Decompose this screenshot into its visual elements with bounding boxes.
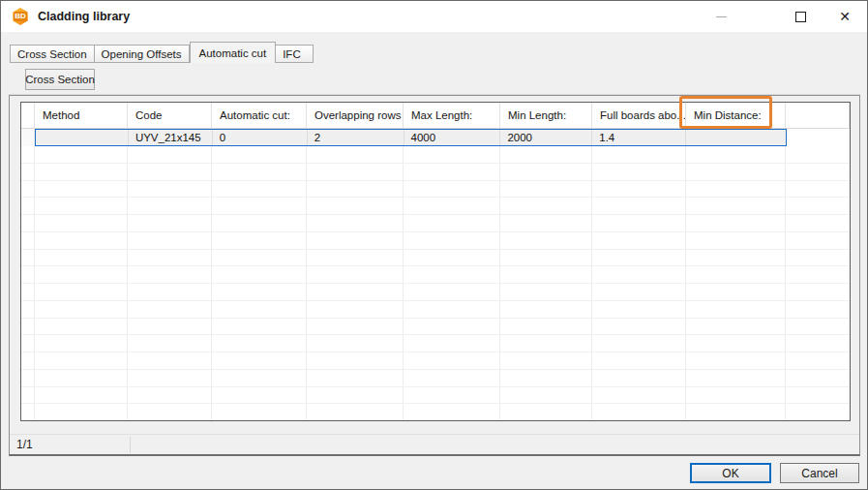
- empty-cell: [404, 319, 500, 335]
- empty-cell: [786, 181, 850, 198]
- empty-cell: [21, 215, 35, 231]
- empty-cell: [35, 181, 128, 198]
- column-header-min-distance[interactable]: Min Distance:: [686, 103, 786, 129]
- empty-cell: [35, 284, 128, 300]
- table-row[interactable]: [21, 387, 850, 405]
- empty-cell: [404, 164, 500, 180]
- table-row[interactable]: [21, 370, 850, 387]
- tab-opening-offsets[interactable]: Opening Offsets: [95, 45, 190, 63]
- cross-section-button[interactable]: Cross Section: [25, 69, 95, 90]
- empty-cell: [21, 387, 35, 404]
- empty-cell: [404, 250, 500, 266]
- empty-cell: [212, 181, 307, 198]
- empty-cell: [35, 215, 128, 231]
- cell-min-length[interactable]: 2000: [500, 130, 592, 145]
- column-header-overlapping-rows[interactable]: Overlapping rows: [307, 103, 404, 129]
- empty-cell: [686, 352, 786, 369]
- empty-cell: [786, 301, 850, 318]
- column-header-automatic-cut[interactable]: Automatic cut:: [212, 103, 307, 129]
- empty-cell: [686, 198, 786, 214]
- empty-cell: [786, 164, 850, 180]
- cell-max-length[interactable]: 4000: [404, 130, 501, 145]
- empty-cell: [212, 335, 307, 352]
- grid-empty-rows: [21, 146, 850, 421]
- empty-cell: [35, 146, 128, 163]
- table-row[interactable]: [21, 352, 850, 370]
- cell-full-boards-above[interactable]: 1.4: [592, 130, 686, 145]
- table-row[interactable]: [21, 301, 850, 319]
- tab-automatic-cut[interactable]: Automatic cut: [190, 42, 277, 63]
- column-header-method[interactable]: Method: [35, 103, 128, 129]
- column-header-full-boards-above[interactable]: Full boards abo...: [592, 103, 686, 129]
- column-header-max-length[interactable]: Max Length:: [404, 103, 500, 129]
- cell-min-distance[interactable]: [686, 130, 786, 145]
- tab-label: Cross Section: [17, 48, 87, 60]
- empty-cell: [307, 352, 404, 369]
- cell-automatic-cut[interactable]: 0: [213, 130, 308, 145]
- empty-cell: [128, 181, 212, 198]
- table-row[interactable]: [21, 335, 850, 352]
- empty-cell: [128, 387, 212, 404]
- empty-cell: [686, 301, 786, 318]
- table-row[interactable]: [21, 232, 850, 250]
- empty-cell: [128, 335, 212, 352]
- cancel-button[interactable]: Cancel: [780, 463, 859, 483]
- empty-cell: [404, 335, 500, 352]
- empty-cell: [21, 146, 35, 163]
- empty-cell: [592, 284, 686, 300]
- empty-cell: [686, 404, 786, 420]
- empty-cell: [212, 266, 307, 283]
- empty-cell: [786, 370, 850, 386]
- table-row[interactable]: [21, 198, 850, 215]
- empty-cell: [404, 215, 500, 231]
- cell-code[interactable]: UYV_21x145: [129, 130, 213, 145]
- minimize-button[interactable]: [699, 1, 743, 32]
- empty-cell: [21, 370, 35, 386]
- row-indicator[interactable]: [21, 129, 35, 146]
- table-row[interactable]: [21, 146, 850, 164]
- empty-cell: [592, 198, 686, 214]
- empty-cell: [128, 146, 212, 163]
- empty-cell: [35, 352, 128, 369]
- empty-cell: [21, 164, 35, 180]
- empty-cell: [500, 319, 592, 335]
- table-row[interactable]: [21, 319, 850, 336]
- empty-cell: [21, 232, 35, 249]
- empty-cell: [35, 319, 128, 335]
- tab-cross-section[interactable]: Cross Section: [10, 45, 95, 63]
- table-row[interactable]: UYV_21x145 0 2 4000 2000 1.4: [21, 129, 850, 146]
- close-button[interactable]: ✕: [823, 1, 867, 32]
- empty-cell: [500, 146, 592, 163]
- table-row[interactable]: [21, 250, 850, 267]
- empty-cell: [212, 370, 307, 386]
- table-row[interactable]: [21, 215, 850, 232]
- column-header-code[interactable]: Code: [128, 103, 212, 129]
- table-row[interactable]: [21, 284, 850, 301]
- column-header-filler: [786, 103, 850, 129]
- empty-cell: [592, 181, 686, 198]
- empty-cell: [686, 215, 786, 231]
- table-row[interactable]: [21, 404, 850, 421]
- empty-cell: [307, 319, 404, 335]
- empty-cell: [307, 250, 404, 266]
- empty-cell: [592, 370, 686, 386]
- tab-ifc[interactable]: IFC: [276, 45, 314, 63]
- empty-cell: [307, 232, 404, 249]
- ok-button[interactable]: OK: [690, 463, 771, 483]
- empty-cell: [307, 164, 404, 180]
- selected-row[interactable]: UYV_21x145 0 2 4000 2000 1.4: [35, 129, 787, 146]
- empty-cell: [21, 319, 35, 335]
- empty-cell: [786, 352, 850, 369]
- empty-cell: [128, 284, 212, 300]
- table-row[interactable]: [21, 181, 850, 199]
- empty-cell: [307, 284, 404, 300]
- table-row[interactable]: [21, 266, 850, 284]
- empty-cell: [212, 198, 307, 214]
- column-header-min-length[interactable]: Min Length:: [500, 103, 592, 129]
- maximize-button[interactable]: [778, 1, 823, 32]
- cell-overlapping-rows[interactable]: 2: [308, 130, 404, 145]
- empty-cell: [500, 370, 592, 386]
- cell-method[interactable]: [36, 130, 129, 145]
- empty-cell: [128, 164, 212, 180]
- table-row[interactable]: [21, 164, 850, 181]
